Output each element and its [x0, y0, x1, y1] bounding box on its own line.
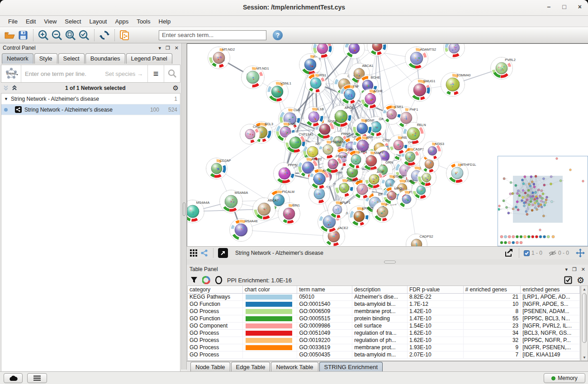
detach-view-icon[interactable] [218, 248, 228, 258]
tab-string-enrichment[interactable]: STRING Enrichment [319, 362, 383, 371]
column-header[interactable]: term name [297, 286, 352, 293]
menu-edit[interactable]: Edit [22, 17, 39, 26]
panel-float-icon[interactable]: ❐ [166, 45, 170, 51]
zoom-in-icon[interactable] [37, 29, 50, 42]
menu-view[interactable]: View [40, 17, 60, 26]
menu-apps[interactable]: Apps [112, 17, 133, 26]
vertical-splitter[interactable] [181, 43, 187, 370]
network-node[interactable]: PPP5C [274, 163, 299, 185]
tab-legend-panel[interactable]: Legend Panel [126, 53, 172, 64]
tab-boundaries[interactable]: Boundaries [85, 53, 125, 64]
network-node[interactable]: BIN1 [278, 203, 300, 225]
tab-node-table[interactable]: Node Table [190, 362, 230, 371]
circle-outline-icon[interactable] [215, 276, 223, 284]
table-row[interactable]: GO ProcessGO:0006509membrane prot...1.42… [188, 308, 580, 315]
network-node[interactable]: CASP9 [367, 44, 391, 56]
task-history-button[interactable] [27, 373, 47, 383]
network-node[interactable]: SORT1 [444, 44, 469, 59]
network-node[interactable]: MT-ND1 [242, 66, 269, 89]
cloud-button[interactable] [4, 373, 23, 383]
table-row[interactable]: GO FunctionGO:0005515protein binding1.47… [188, 315, 580, 323]
export-network-icon[interactable] [504, 248, 514, 258]
network-node[interactable]: ADAMTS2 [405, 47, 436, 70]
scroll-thumb[interactable] [582, 293, 587, 343]
tab-style[interactable]: Style [34, 53, 57, 64]
close-button[interactable]: × [578, 3, 582, 10]
memory-button[interactable]: Memory [544, 373, 585, 383]
column-header[interactable]: chart color [243, 286, 298, 293]
copy-network-icon[interactable] [118, 29, 132, 42]
network-node[interactable]: TOMM40 [441, 73, 471, 97]
zoom-selected-icon[interactable] [77, 29, 91, 42]
tab-network-table[interactable]: Network Table [271, 362, 318, 371]
network-node[interactable]: ABCA7 [253, 198, 279, 221]
network-collection-row[interactable]: ▼ String Network - Alzheimer's disease 1 [1, 94, 180, 104]
open-session-icon[interactable] [3, 29, 16, 42]
network-node[interactable]: CADPS2 [406, 234, 433, 247]
network-node[interactable]: MTHFD1L [446, 162, 476, 184]
column-header[interactable]: category [188, 286, 243, 293]
maximize-button[interactable]: □ [562, 3, 566, 10]
menu-select[interactable]: Select [61, 17, 85, 26]
menu-file[interactable]: File [5, 17, 21, 26]
panel-float-icon[interactable]: ❐ [572, 267, 577, 272]
table-scrollbar[interactable]: ▲ ▼ [581, 286, 588, 361]
tab-edge-table[interactable]: Edge Table [231, 362, 270, 371]
table-row[interactable]: GO ProcessGO:0033619membrane prot...1.93… [188, 344, 580, 351]
panel-close-icon[interactable]: ✕ [175, 45, 179, 51]
network-node[interactable]: CR1 [240, 124, 261, 145]
zoom-out-icon[interactable] [50, 29, 64, 42]
expand-all-icon[interactable] [11, 85, 18, 91]
network-node[interactable]: INS [389, 135, 409, 155]
panel-close-icon[interactable]: ✕ [581, 267, 585, 272]
search-input[interactable] [159, 30, 266, 40]
scroll-up-icon[interactable]: ▲ [581, 286, 588, 292]
enrichment-table[interactable]: categorychart colorterm namedescriptionF… [187, 286, 580, 361]
enrichment-settings-icon[interactable]: ⚙ [577, 275, 584, 286]
tab-select[interactable]: Select [58, 53, 85, 64]
select-checkbox-icon[interactable] [564, 276, 572, 284]
refresh-icon[interactable] [98, 29, 111, 42]
network-settings-icon[interactable]: ⚙ [173, 84, 179, 92]
network-node[interactable]: CD2AP [206, 158, 231, 179]
panel-menu-icon[interactable]: ▾ [565, 267, 568, 272]
panel-menu-icon[interactable]: ▾ [158, 45, 161, 51]
splitter-handle[interactable] [183, 202, 185, 216]
tab-network[interactable]: Network [2, 53, 33, 64]
network-node[interactable]: SMUG1 [408, 79, 436, 102]
string-options-icon[interactable]: ≡ [147, 65, 164, 82]
menu-tools[interactable]: Tools [133, 17, 154, 26]
horizontal-splitter[interactable] [187, 259, 588, 265]
string-logo-icon[interactable]: STRING [1, 65, 21, 82]
column-header[interactable]: # enriched genes [464, 286, 521, 293]
help-icon[interactable]: ? [273, 30, 283, 40]
menu-layout[interactable]: Layout [85, 17, 110, 26]
filter-icon[interactable] [190, 276, 198, 284]
collapse-all-icon[interactable] [3, 85, 9, 91]
zoom-fit-icon[interactable] [64, 29, 77, 42]
table-row[interactable]: GO FunctionGO:0001540beta-amyloid bi...1… [188, 301, 580, 308]
tree-expand-icon[interactable]: ▼ [4, 97, 8, 101]
menu-help[interactable]: Help [155, 17, 175, 26]
network-node[interactable]: IL1B [303, 107, 325, 128]
string-search-icon[interactable] [164, 65, 180, 82]
table-row[interactable]: GO ProcessGO:0051049regulation of tra...… [188, 330, 580, 337]
column-header[interactable]: enriched genes [521, 286, 580, 293]
save-session-icon[interactable] [16, 29, 30, 42]
network-node[interactable]: MT-ND2 [208, 47, 235, 69]
column-header[interactable]: FDR p-value [408, 286, 464, 293]
string-query-input[interactable] [21, 65, 147, 82]
network-node[interactable]: EPHA5 [349, 206, 374, 227]
network-node[interactable]: PVRL2 [491, 57, 516, 80]
grid-view-icon[interactable] [190, 249, 198, 257]
network-node[interactable]: MS4A4E [230, 219, 258, 242]
table-row[interactable]: KEGG Pathways05010Alzheimer's dise...8.8… [188, 294, 580, 301]
table-row[interactable]: GO ComponentGO:0009986cell surface1.54E-… [188, 323, 580, 330]
network-row-selected[interactable]: String Network - Alzheimer's disease 100… [1, 104, 180, 115]
splitter-handle[interactable] [384, 261, 396, 263]
table-row[interactable]: GO ProcessGO:0050435beta-amyloid m...2.0… [188, 351, 580, 359]
scroll-down-icon[interactable]: ▼ [581, 354, 588, 361]
table-row[interactable]: GO ProcessGO:0019220regulation of ph...1… [188, 337, 580, 344]
network-node[interactable]: TNF [339, 84, 360, 105]
chart-donut-icon[interactable] [202, 276, 210, 284]
